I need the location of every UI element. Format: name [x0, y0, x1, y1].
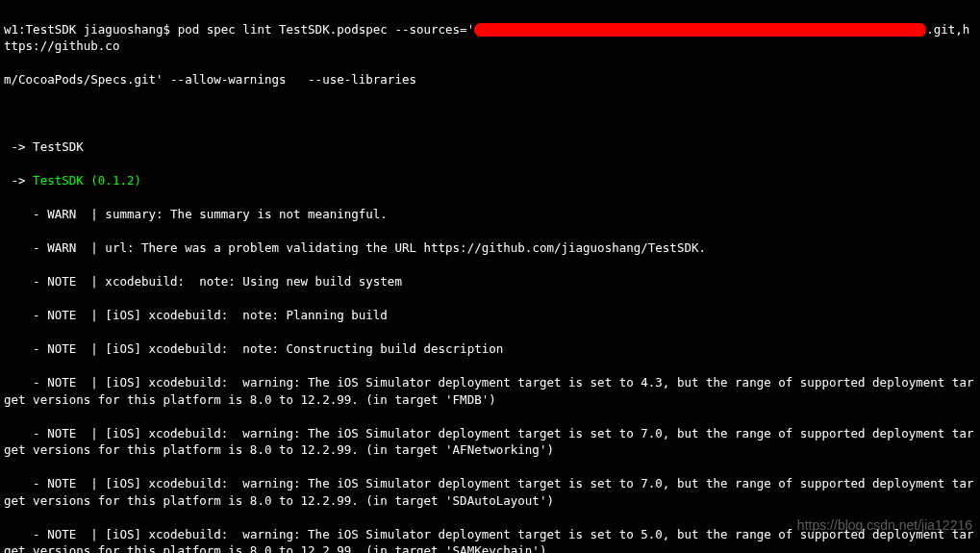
output-warn-url: - WARN | url: There was a problem valida… — [4, 239, 976, 257]
blank-line — [4, 105, 976, 122]
terminal-output[interactable]: w1:TestSDK jiaguoshang$ pod spec lint Te… — [4, 4, 976, 553]
redacted-url — [474, 23, 926, 37]
output-note-sdautolayout: - NOTE | [iOS] xcodebuild: warning: The … — [4, 475, 976, 509]
output-note-planning: - NOTE | [iOS] xcodebuild: note: Plannin… — [4, 307, 976, 324]
prompt-path: w1:TestSDK jiaguoshang$ — [4, 22, 178, 37]
output-note-fmdb: - NOTE | [iOS] xcodebuild: warning: The … — [4, 374, 976, 408]
output-testsdk-version: -> TestSDK (0.1.2) — [4, 172, 976, 189]
output-note-afnetworking: - NOTE | [iOS] xcodebuild: warning: The … — [4, 425, 976, 459]
command-line-1: w1:TestSDK jiaguoshang$ pod spec lint Te… — [4, 21, 976, 55]
output-warn-summary: - WARN | summary: The summary is not mea… — [4, 206, 976, 223]
output-note-constructing: - NOTE | [iOS] xcodebuild: note: Constru… — [4, 340, 976, 358]
output-note-buildsystem: - NOTE | xcodebuild: note: Using new bui… — [4, 273, 976, 290]
version-green: TestSDK (0.1.2) — [33, 173, 141, 188]
output-testsdk-header: -> TestSDK — [4, 138, 976, 156]
watermark-text: https://blog.csdn.net/jia12216 — [797, 516, 972, 536]
cmd-text-1: pod spec lint TestSDK.podspec --sources=… — [178, 22, 475, 37]
command-line-2: m/CocoaPods/Specs.git' --allow-warnings … — [4, 71, 976, 88]
